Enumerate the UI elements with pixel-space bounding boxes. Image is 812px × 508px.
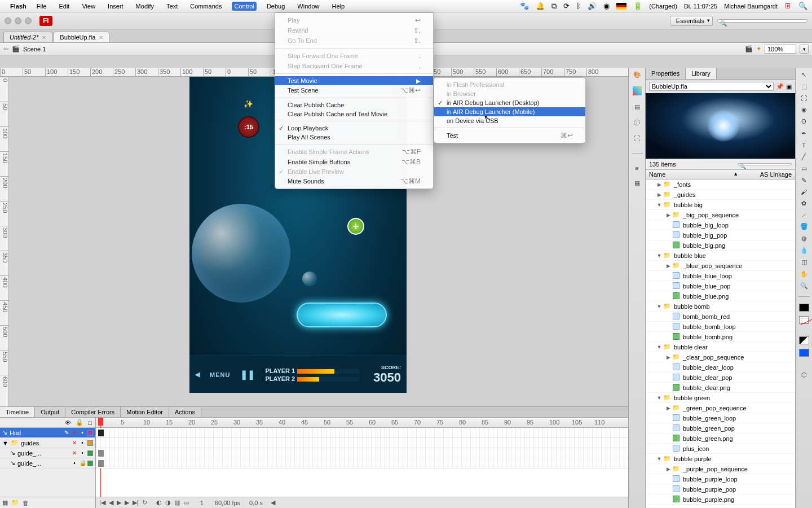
- frame-ruler[interactable]: 1510152025303540455055606570758085909510…: [96, 418, 628, 428]
- zoom-button[interactable]: [25, 17, 32, 24]
- library-item[interactable]: bubble_big_pop: [646, 230, 795, 240]
- user-name[interactable]: Michael Baumgardt: [724, 3, 778, 10]
- pencil-tool-icon[interactable]: ✎: [801, 177, 806, 184]
- zoom-input[interactable]: [765, 45, 796, 54]
- text-tool-icon[interactable]: T: [802, 142, 806, 148]
- ink-bottle-icon[interactable]: ◍: [801, 235, 807, 242]
- menu-insert[interactable]: Insert: [105, 2, 126, 11]
- play-icon[interactable]: ▶: [117, 499, 121, 506]
- menu-text[interactable]: Text: [164, 2, 180, 11]
- step-back-icon[interactable]: ◀: [109, 499, 113, 506]
- menu-control[interactable]: Control: [232, 2, 256, 11]
- code-snippets-icon[interactable]: ≡: [635, 165, 638, 172]
- outline-icon[interactable]: □: [88, 419, 92, 426]
- library-item[interactable]: bubble_green.png: [646, 433, 795, 444]
- library-item[interactable]: bubble_clear.png: [646, 383, 795, 393]
- new-folder-icon[interactable]: 📁: [11, 499, 19, 506]
- library-item[interactable]: bubble_clear_loop: [646, 362, 795, 373]
- bluetooth-icon[interactable]: ᛒ: [576, 2, 581, 10]
- lasso-tool-icon[interactable]: ʘ: [801, 118, 806, 125]
- col-linkage[interactable]: AS Linkage: [760, 171, 792, 178]
- library-item[interactable]: ▶📁_clear_pop_sequence: [646, 352, 795, 362]
- library-item[interactable]: bubble_blue_pop: [646, 281, 795, 291]
- subselection-tool-icon[interactable]: ⬚: [801, 83, 807, 90]
- menu-debug[interactable]: Debug: [264, 2, 287, 11]
- bone-tool-icon[interactable]: ⟋: [801, 212, 807, 218]
- loop-icon[interactable]: ↻: [142, 499, 147, 506]
- tab-untitled[interactable]: Untitled-2*✕: [3, 32, 52, 42]
- library-item[interactable]: ▼📁bubble bomb: [646, 301, 795, 312]
- snap-icon[interactable]: ⬡: [801, 371, 807, 379]
- tab-properties[interactable]: Properties: [646, 68, 686, 79]
- zoom-menu-button[interactable]: ▾: [800, 45, 809, 54]
- info-icon[interactable]: ⓘ: [634, 119, 640, 127]
- menu-item[interactable]: in AIR Debug Launcher (Mobile): [434, 107, 585, 116]
- dropbox-icon[interactable]: ⧉: [551, 2, 557, 11]
- app-name[interactable]: Flash: [10, 3, 27, 10]
- menu-help[interactable]: Help: [329, 2, 347, 11]
- sync-icon[interactable]: ⟳: [563, 2, 570, 10]
- library-item[interactable]: bubble_purple_pop: [646, 484, 795, 494]
- library-item[interactable]: ▼📁bubble clear: [646, 342, 795, 352]
- zoom-tool-icon[interactable]: 🔍: [800, 282, 808, 290]
- library-item[interactable]: bomb_bomb_red: [646, 312, 795, 322]
- flag-icon[interactable]: [616, 3, 626, 10]
- clock[interactable]: Di. 11:07:25: [684, 3, 717, 10]
- menu-window[interactable]: Window: [295, 2, 321, 11]
- wifi-icon[interactable]: ◉: [603, 2, 610, 10]
- library-item[interactable]: ▶📁_guides: [646, 190, 795, 200]
- delete-layer-icon[interactable]: 🗑: [23, 500, 29, 506]
- menu-file[interactable]: File: [34, 2, 49, 11]
- tab-actions[interactable]: Actions: [169, 407, 201, 417]
- paw-icon[interactable]: 🐾: [520, 2, 529, 10]
- menu-edit[interactable]: Edit: [56, 2, 72, 11]
- pencil-icon[interactable]: ✎: [64, 430, 69, 436]
- sort-icon[interactable]: ▲: [733, 171, 738, 178]
- library-item[interactable]: bubble_green_pop: [646, 423, 795, 433]
- workspace-dropdown[interactable]: Essentials: [670, 16, 713, 26]
- rectangle-tool-icon[interactable]: ▭: [801, 165, 807, 172]
- menu-item[interactable]: Test Movie▶: [275, 76, 433, 85]
- menu-item[interactable]: Test Scene⌥⌘↩: [275, 85, 433, 95]
- library-item[interactable]: ▶📁_big_pop_sequence: [646, 210, 795, 220]
- eyedropper-icon[interactable]: 💧: [800, 247, 808, 254]
- menu-item[interactable]: Mute Sounds⌥⌘M: [275, 176, 433, 186]
- frames-guides[interactable]: [96, 438, 628, 448]
- black-white-icon[interactable]: [799, 336, 809, 344]
- pin-icon[interactable]: 📌: [776, 83, 784, 90]
- tab-compiler-errors[interactable]: Compiler Errors: [65, 407, 121, 417]
- library-item[interactable]: ▼📁bubble purple: [646, 454, 795, 464]
- back-icon[interactable]: ⇦: [3, 45, 8, 52]
- library-file-select[interactable]: BubbleUp.fla: [649, 82, 774, 91]
- goto-first-icon[interactable]: |◀: [99, 499, 105, 506]
- components-icon[interactable]: ▦: [634, 179, 640, 187]
- free-transform-icon[interactable]: ⛶: [801, 95, 807, 102]
- tab-library[interactable]: Library: [686, 68, 717, 79]
- lock-icon[interactable]: 🔒: [76, 419, 83, 426]
- library-item[interactable]: bubble_purple_loop: [646, 474, 795, 484]
- tab-close-icon[interactable]: ✕: [42, 34, 46, 41]
- menu-item[interactable]: ✓in AIR Debug Launcher (Desktop): [434, 98, 585, 107]
- frames-hud[interactable]: [96, 428, 628, 438]
- edit-symbols-icon[interactable]: ✦: [756, 45, 761, 52]
- brush-tool-icon[interactable]: 🖌: [801, 189, 807, 195]
- library-item[interactable]: ▶📁_purple_pop_sequence: [646, 464, 795, 474]
- menu-modify[interactable]: Modify: [134, 2, 156, 11]
- menu-view[interactable]: View: [80, 2, 98, 11]
- menu-commands[interactable]: Commands: [188, 2, 224, 11]
- layer-guides-folder[interactable]: ▼ 📁 guides ✕ •: [0, 438, 95, 448]
- close-button[interactable]: [5, 17, 11, 24]
- visibility-x[interactable]: ✕: [72, 430, 77, 436]
- library-item[interactable]: bubble_big_loop: [646, 220, 795, 230]
- menu-item[interactable]: ✓Loop Playback: [275, 124, 433, 133]
- library-item[interactable]: bubble_blue.png: [646, 291, 795, 301]
- library-item[interactable]: bubble_purple.png: [646, 494, 795, 505]
- stroke-swatch[interactable]: [799, 304, 809, 312]
- tab-bubbleup[interactable]: BubbleUp.fla✕: [54, 32, 109, 42]
- deco-tool-icon[interactable]: ✿: [801, 200, 806, 207]
- edit-multi-icon[interactable]: ▥: [174, 499, 180, 506]
- pen-tool-icon[interactable]: ✒: [801, 130, 806, 137]
- lock-closed-icon[interactable]: 🔒: [80, 460, 85, 466]
- onion-outline-icon[interactable]: ◑: [165, 499, 171, 506]
- line-tool-icon[interactable]: ╱: [802, 153, 806, 160]
